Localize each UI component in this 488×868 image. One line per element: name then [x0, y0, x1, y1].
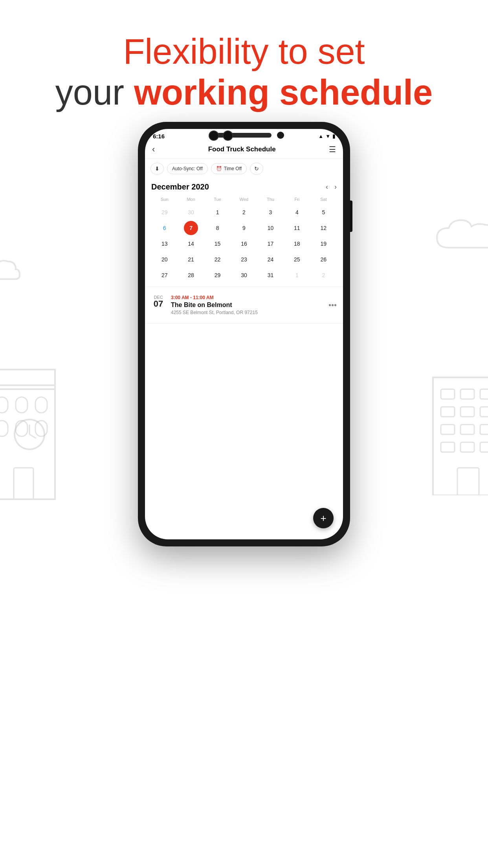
cal-day-6[interactable]: 6: [151, 221, 178, 235]
event-details: 3:00 AM - 11:00 AM The Bite on Belmont 4…: [171, 295, 323, 315]
phone-outer-shell: 6:16 ▲ ▼ ▮ ‹ Food Truck Schedule ☰ ⬇: [138, 122, 350, 546]
svg-rect-4: [35, 397, 47, 413]
svg-rect-14: [460, 407, 474, 417]
cal-day-9[interactable]: 9: [231, 221, 257, 235]
cal-day-4[interactable]: 4: [284, 205, 310, 220]
event-time: 3:00 AM - 11:00 AM: [171, 295, 323, 300]
cal-day-1-next[interactable]: 1: [284, 268, 310, 283]
dow-mon: Mon: [178, 195, 204, 203]
svg-rect-9: [433, 377, 488, 495]
cal-day-20[interactable]: 20: [151, 252, 178, 267]
cal-day-23[interactable]: 23: [231, 252, 257, 267]
left-building-icon: [0, 354, 63, 505]
cal-day-16[interactable]: 16: [231, 236, 257, 251]
dow-wed: Wed: [231, 195, 257, 203]
right-building-icon: [425, 338, 488, 497]
refresh-button[interactable]: ↻: [250, 163, 263, 175]
dow-thu: Thu: [257, 195, 284, 203]
cal-day-26[interactable]: 26: [310, 252, 337, 267]
battery-icon: ▮: [332, 133, 335, 139]
cal-day-30[interactable]: 30: [231, 268, 257, 283]
cal-day-30-prev[interactable]: 30: [178, 205, 204, 220]
cal-day-12[interactable]: 12: [310, 221, 337, 235]
calendar: December 2020 ‹ › Sun Mon Tue Wed Thu Fr…: [145, 178, 343, 283]
svg-rect-10: [441, 389, 455, 399]
calendar-grid: 29 30 1 2 3 4 5 6 7 8 9 10 11 12 13: [151, 205, 337, 283]
cal-day-3[interactable]: 3: [257, 205, 284, 220]
cal-day-2[interactable]: 2: [231, 205, 257, 220]
autosync-button[interactable]: Auto-Sync: Off: [167, 163, 208, 174]
cal-day-29-prev[interactable]: 29: [151, 205, 178, 220]
svg-line-25: [29, 434, 36, 438]
svg-rect-3: [16, 397, 28, 413]
svg-rect-15: [480, 407, 488, 417]
event-name: The Bite on Belmont: [171, 302, 323, 309]
download-button[interactable]: ⬇: [150, 163, 164, 175]
event-more-button[interactable]: •••: [328, 301, 337, 310]
cal-day-24[interactable]: 24: [257, 252, 284, 267]
cal-day-25[interactable]: 25: [284, 252, 310, 267]
front-camera-icon: [277, 132, 284, 139]
menu-button[interactable]: ☰: [329, 145, 336, 154]
svg-rect-5: [0, 421, 8, 436]
cal-day-2-next[interactable]: 2: [310, 268, 337, 283]
calendar-month-year: December 2020: [151, 182, 209, 191]
download-icon: ⬇: [155, 166, 160, 172]
cal-day-1[interactable]: 1: [204, 205, 231, 220]
cal-day-18[interactable]: 18: [284, 236, 310, 251]
svg-rect-20: [460, 442, 474, 452]
dow-fri: Fri: [284, 195, 310, 203]
cal-day-8[interactable]: 8: [204, 221, 231, 235]
svg-rect-18: [480, 425, 488, 434]
svg-rect-8: [14, 468, 33, 499]
cal-day-29[interactable]: 29: [204, 268, 231, 283]
cal-day-15[interactable]: 15: [204, 236, 231, 251]
cal-day-17[interactable]: 17: [257, 236, 284, 251]
cal-day-10[interactable]: 10: [257, 221, 284, 235]
svg-rect-11: [460, 389, 474, 399]
cal-day-22[interactable]: 22: [204, 252, 231, 267]
cal-day-14[interactable]: 14: [178, 236, 204, 251]
svg-rect-1: [0, 370, 55, 389]
cal-day-28[interactable]: 28: [178, 268, 204, 283]
svg-rect-16: [441, 425, 455, 434]
svg-rect-22: [457, 468, 479, 495]
svg-rect-0: [0, 385, 55, 499]
wifi-icon: ▲: [318, 133, 323, 139]
timeoff-icon: ⏰: [216, 166, 222, 171]
days-of-week: Sun Mon Tue Wed Thu Fri Sat: [151, 195, 337, 203]
cal-day-19[interactable]: 19: [310, 236, 337, 251]
calendar-navigation: ‹ ›: [326, 183, 337, 191]
hero-line2: your working schedule: [0, 72, 488, 113]
cal-day-21[interactable]: 21: [178, 252, 204, 267]
calendar-next-button[interactable]: ›: [334, 183, 337, 191]
cal-day-7-selected[interactable]: 7: [178, 221, 204, 235]
cal-day-27[interactable]: 27: [151, 268, 178, 283]
svg-rect-6: [16, 421, 28, 436]
divider: [145, 287, 343, 287]
hero-line2-prefix: your: [55, 73, 134, 112]
right-cloud-icon: [433, 212, 488, 261]
cal-day-11[interactable]: 11: [284, 221, 310, 235]
divider-2: [145, 323, 343, 324]
cal-day-5[interactable]: 5: [310, 205, 337, 220]
back-button[interactable]: ‹: [152, 144, 155, 154]
dow-sun: Sun: [151, 195, 178, 203]
toolbar: ⬇ Auto-Sync: Off ⏰ Time Off ↻: [145, 159, 343, 178]
add-event-button[interactable]: +: [313, 508, 334, 528]
hero-line1: Flexibility to set: [0, 31, 488, 72]
event-date-day: 07: [151, 300, 165, 308]
cal-day-31[interactable]: 31: [257, 268, 284, 283]
refresh-icon: ↻: [254, 166, 259, 172]
event-address: 4255 SE Belmont St, Portland, OR 97215: [171, 310, 323, 315]
timeoff-button[interactable]: ⏰ Time Off: [211, 163, 247, 174]
header-title: Food Truck Schedule: [208, 145, 276, 153]
event-item[interactable]: Dec 07 3:00 AM - 11:00 AM The Bite on Be…: [145, 291, 343, 319]
cal-day-13[interactable]: 13: [151, 236, 178, 251]
phone-screen: 6:16 ▲ ▼ ▮ ‹ Food Truck Schedule ☰ ⬇: [145, 129, 343, 539]
calendar-prev-button[interactable]: ‹: [326, 183, 328, 191]
hero-line2-bold: working schedule: [134, 73, 433, 112]
status-bar: 6:16 ▲ ▼ ▮: [145, 129, 343, 141]
phone-device: 6:16 ▲ ▼ ▮ ‹ Food Truck Schedule ☰ ⬇: [138, 122, 350, 546]
autosync-label: Auto-Sync: Off: [172, 166, 203, 171]
